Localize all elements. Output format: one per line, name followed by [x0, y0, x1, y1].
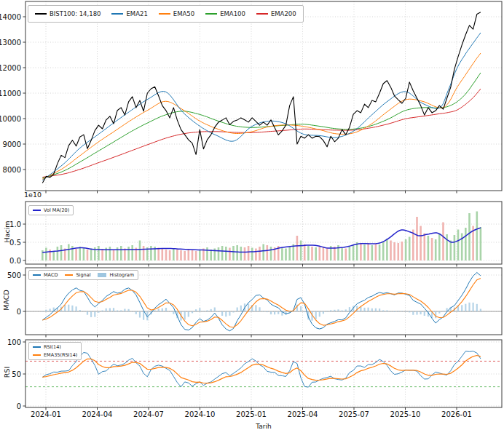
volume-bar-up: [435, 239, 437, 260]
macd-histogram-bar: [409, 311, 410, 312]
macd-histogram-bar: [368, 308, 369, 311]
price-legend: BIST100: 14,180 EMA21 EMA50 EMA100 EMA20…: [28, 5, 304, 23]
legend-item-macd: MACD: [33, 272, 58, 278]
macd-histogram-bar: [323, 311, 324, 314]
ema200-line: [42, 89, 481, 178]
volume-bar-up: [454, 235, 456, 260]
volume-bar-down: [113, 250, 115, 260]
x-tick-label: 2026-01: [441, 410, 472, 418]
volume-bar-up: [42, 250, 44, 260]
volume-bar-up: [409, 237, 411, 261]
rsi-line-swatch-icon: [33, 346, 41, 348]
legend-item-rsi14: RSI(14): [33, 344, 61, 350]
macd-histogram-bar: [76, 306, 77, 311]
volume-bar-up: [68, 244, 70, 261]
macd-histogram-bar: [398, 311, 399, 311]
macd-histogram-bar: [345, 309, 347, 311]
macd-histogram-bar: [184, 311, 186, 320]
volume-bar-up: [79, 247, 81, 260]
volume-bar-up: [480, 227, 482, 260]
legend-item-ema21: EMA21: [111, 10, 147, 17]
macd-histogram-bar: [232, 311, 234, 313]
macd-histogram-bar: [476, 304, 478, 311]
ema100-line-swatch-icon: [205, 13, 217, 15]
volume-bar-down: [345, 249, 347, 261]
price-y-tick-label: 13000: [0, 39, 21, 47]
macd-histogram-bar: [330, 310, 331, 311]
volume-bar-up: [120, 246, 122, 260]
volume-bar-down: [420, 226, 422, 261]
legend-label-signal: Signal: [76, 272, 90, 278]
legend-label-ema21: EMA21: [126, 10, 147, 17]
legend-item-ema100: EMA100: [205, 10, 245, 17]
macd-histogram-bar: [68, 305, 69, 311]
macd-histogram-bar: [192, 311, 193, 313]
volume-bar-down: [244, 247, 246, 260]
macd-histogram-bar: [342, 311, 343, 312]
macd-histogram-bar: [371, 308, 373, 311]
macd-histogram-bar: [259, 307, 260, 311]
volume-bar-down: [259, 247, 261, 260]
volume-bar-up: [45, 248, 47, 261]
volume-bar-down: [101, 249, 103, 260]
macd-histogram-bar: [379, 308, 380, 311]
macd-histogram-bar: [109, 308, 111, 312]
legend-label-ema100: EMA100: [220, 10, 245, 17]
legend-item-histogram: Histogram: [98, 272, 134, 278]
ema50-line: [42, 53, 481, 179]
macd-histogram-bar: [173, 311, 174, 314]
x-tick-label: 2024-10: [185, 410, 216, 418]
volume-bar-down: [393, 242, 395, 260]
bist100-technical-chart: 8000900010000110001200013000140000.00.51…: [0, 0, 504, 438]
volume-bar-up: [210, 250, 212, 260]
volume-bar-down: [296, 236, 299, 260]
macd-histogram-bar: [304, 311, 305, 312]
volume-bar-up: [127, 247, 130, 260]
macd-histogram-bar: [412, 311, 414, 315]
volume-bar-down: [360, 244, 362, 260]
volume-bar-up: [349, 247, 351, 260]
macd-histogram-bar: [270, 311, 272, 314]
macd-histogram-bar: [382, 310, 384, 311]
macd-histogram-bar: [64, 305, 66, 311]
volume-bar-down: [416, 217, 418, 260]
legend-item-signal: Signal: [65, 272, 90, 278]
legend-label-ema50: EMA50: [173, 10, 194, 17]
volume-bar-up: [446, 234, 448, 260]
macd-histogram-bar: [71, 306, 73, 311]
volume-bar-up: [363, 244, 366, 260]
bist100-line-swatch-icon: [35, 13, 47, 15]
volma-line-swatch-icon: [33, 210, 41, 211]
volume-bar-up: [476, 212, 479, 261]
macd-histogram-bar: [375, 308, 377, 311]
macd-histogram-bar: [202, 311, 204, 311]
ema200-line-swatch-icon: [256, 13, 268, 15]
chart-canvas: 8000900010000110001200013000140000.00.51…: [0, 0, 504, 438]
macd-histogram-bar: [420, 311, 422, 314]
ema50-line-swatch-icon: [159, 13, 170, 15]
volume-bar-up: [386, 239, 388, 260]
macd-histogram-bar: [468, 303, 470, 311]
x-tick-label: 2025-10: [390, 410, 421, 418]
macd-histogram-bar: [300, 306, 302, 311]
histogram-patch-swatch-icon: [98, 273, 106, 277]
volume-bar-down: [176, 250, 178, 260]
macd-line-swatch-icon: [33, 274, 41, 276]
macd-y-tick-label: 0: [17, 308, 21, 316]
price-y-tick-label: 8000: [3, 166, 21, 174]
volume-bar-down: [248, 246, 250, 260]
volume-bar-up: [90, 249, 92, 261]
volume-bar-down: [267, 245, 269, 260]
x-tick-label: 2025-07: [339, 410, 369, 418]
volume-bar-down: [323, 247, 325, 260]
macd-histogram-bar: [206, 311, 208, 312]
macd-histogram-bar: [113, 308, 114, 311]
vol-y-tick-label: 0.5: [9, 239, 21, 247]
volume-bar-up: [225, 247, 227, 260]
macd-histogram-bar: [87, 311, 88, 315]
macd-legend: MACD Signal Histogram: [28, 270, 138, 280]
volume-bar-down: [188, 250, 190, 260]
volume-bar-down: [424, 234, 426, 261]
volume-bar-down: [75, 249, 77, 260]
volume-bar-up: [131, 245, 133, 260]
